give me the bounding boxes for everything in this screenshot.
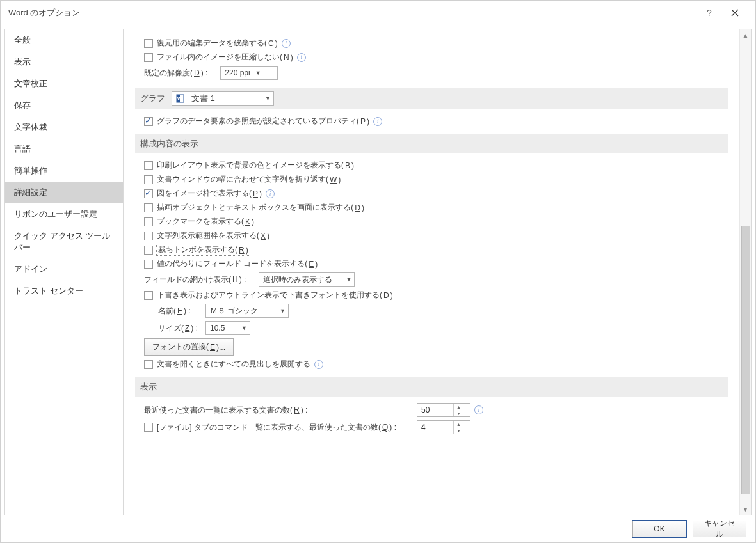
- group-header-display: 表示: [135, 377, 728, 397]
- print-layout-bg-label: 印刷レイアウト表示で背景の色とイメージを表示する(B): [157, 160, 354, 171]
- font-size-dropdown[interactable]: 10.5 ▼: [205, 321, 250, 335]
- info-icon[interactable]: i: [297, 53, 306, 62]
- crop-marks-label: 裁ちトンボを表示する(R): [157, 244, 250, 255]
- scroll-track[interactable]: [740, 41, 752, 503]
- font-substitution-button[interactable]: フォントの置換(E)...: [144, 338, 234, 356]
- main-area: 全般 表示 文章校正 保存 文字体裁 言語 簡単操作 詳細設定 リボンのユーザー…: [1, 25, 755, 515]
- category-sidebar: 全般 表示 文章校正 保存 文字体裁 言語 簡単操作 詳細設定 リボンのユーザー…: [4, 29, 124, 515]
- discard-edit-data-label: 復元用の編集データを破棄する(C): [157, 38, 278, 49]
- recent-docs-label: 最近使った文書の一覧に表示する文書の数(R) :: [144, 405, 413, 416]
- quick-access-recent-label: [ファイル] タブのコマンド一覧に表示する、最近使った文書の数(Q) :: [157, 422, 413, 433]
- dialog-footer: OK キャンセル: [1, 515, 755, 542]
- spin-down-icon[interactable]: ▼: [454, 427, 463, 434]
- close-button[interactable]: [722, 1, 748, 25]
- quick-access-recent-input[interactable]: [417, 421, 453, 434]
- quick-access-recent-spinner[interactable]: ▲▼: [417, 420, 470, 434]
- no-compress-images-label: ファイル内のイメージを圧縮しない(N): [157, 52, 293, 63]
- spin-down-icon[interactable]: ▼: [454, 410, 463, 416]
- content-wrap: 復元用の編集データを破棄する(C) i ファイル内のイメージを圧縮しない(N) …: [124, 29, 752, 515]
- group-header-show-content: 構成内容の表示: [135, 134, 728, 153]
- field-shading-label: フィールドの網かけ表示(H) :: [144, 274, 246, 285]
- scroll-thumb[interactable]: [741, 226, 750, 494]
- settings-content: 復元用の編集データを破棄する(C) i ファイル内のイメージを圧縮しない(N) …: [124, 29, 739, 515]
- nav-display[interactable]: 表示: [5, 51, 123, 73]
- close-icon: [731, 9, 739, 17]
- chevron-down-icon: ▼: [280, 308, 286, 314]
- nav-trust[interactable]: トラスト センター: [5, 280, 123, 302]
- quick-access-recent-checkbox[interactable]: [144, 423, 153, 432]
- nav-save[interactable]: 保存: [5, 95, 123, 116]
- drawings-textboxes-label: 描画オブジェクトとテキスト ボックスを画面に表示する(D): [157, 202, 364, 213]
- field-shading-dropdown[interactable]: 選択時のみ表示する ▼: [259, 272, 355, 287]
- help-button[interactable]: ?: [696, 1, 722, 25]
- nav-qat[interactable]: クイック アクセス ツール バー: [5, 225, 123, 258]
- chevron-down-icon: ▼: [241, 325, 247, 331]
- nav-proofing[interactable]: 文章校正: [5, 73, 123, 95]
- nav-ease[interactable]: 簡単操作: [5, 160, 123, 182]
- word-doc-icon: W: [176, 93, 186, 104]
- font-name-label: 名前(E) :: [158, 306, 202, 317]
- no-compress-images-checkbox[interactable]: [144, 53, 153, 62]
- info-icon[interactable]: i: [373, 117, 382, 126]
- chevron-down-icon: ▼: [255, 70, 261, 76]
- field-codes-label: 値の代わりにフィールド コードを表示する(E): [157, 258, 318, 269]
- titlebar: Word のオプション ?: [1, 1, 755, 25]
- text-boundaries-checkbox[interactable]: [144, 232, 153, 240]
- svg-text:W: W: [177, 96, 182, 102]
- text-boundaries-label: 文字列表示範囲枠を表示する(X): [157, 230, 269, 241]
- discard-edit-data-checkbox[interactable]: [144, 39, 153, 48]
- info-icon[interactable]: i: [282, 39, 291, 48]
- picture-placeholders-checkbox[interactable]: [144, 189, 153, 198]
- default-resolution-label: 既定の解像度(D) :: [144, 68, 207, 79]
- picture-placeholders-label: 図をイメージ枠で表示する(P): [157, 188, 262, 199]
- bookmarks-checkbox[interactable]: [144, 217, 153, 226]
- nav-advanced[interactable]: 詳細設定: [5, 182, 123, 203]
- nav-typography[interactable]: 文字体裁: [5, 116, 123, 138]
- wrap-to-window-checkbox[interactable]: [144, 175, 153, 184]
- recent-docs-spinner[interactable]: ▲▼: [417, 403, 470, 417]
- wrap-to-window-label: 文書ウィンドウの幅に合わせて文字列を折り返す(W): [157, 174, 341, 185]
- window-title: Word のオプション: [8, 7, 696, 19]
- nav-language[interactable]: 言語: [5, 138, 123, 160]
- font-name-dropdown[interactable]: ＭＳ ゴシック ▼: [205, 304, 289, 318]
- info-icon[interactable]: i: [314, 360, 323, 369]
- recent-docs-input[interactable]: [417, 404, 453, 416]
- field-codes-checkbox[interactable]: [144, 260, 153, 269]
- info-icon[interactable]: i: [474, 405, 483, 414]
- chart-ref-props-checkbox[interactable]: [144, 117, 153, 126]
- spin-up-icon[interactable]: ▲: [454, 421, 463, 427]
- crop-marks-checkbox[interactable]: [144, 246, 153, 255]
- draft-font-checkbox[interactable]: [144, 291, 153, 300]
- drawings-textboxes-checkbox[interactable]: [144, 203, 153, 212]
- scroll-down-icon[interactable]: ▼: [740, 503, 752, 515]
- nav-addins[interactable]: アドイン: [5, 258, 123, 280]
- draft-font-label: 下書き表示およびアウトライン表示で下書きフォントを使用する(D): [157, 290, 393, 301]
- cancel-button[interactable]: キャンセル: [693, 521, 746, 537]
- chart-ref-props-label: グラフのデータ要素の参照先が設定されているプロパティ(P): [157, 116, 369, 127]
- chevron-down-icon: ▼: [265, 95, 271, 102]
- chevron-down-icon: ▼: [346, 276, 351, 283]
- expand-headings-label: 文書を開くときにすべての見出しを展開する: [157, 359, 310, 370]
- scroll-up-icon[interactable]: ▲: [740, 29, 752, 41]
- chart-document-dropdown[interactable]: W 文書 1 ▼: [172, 91, 274, 106]
- expand-headings-checkbox[interactable]: [144, 360, 153, 369]
- info-icon[interactable]: i: [266, 189, 275, 198]
- default-resolution-dropdown[interactable]: 220 ppi ▼: [220, 66, 278, 80]
- bookmarks-label: ブックマークを表示する(K): [157, 216, 254, 227]
- ok-button[interactable]: OK: [632, 521, 686, 537]
- font-size-label: サイズ(Z) :: [158, 323, 202, 334]
- print-layout-bg-checkbox[interactable]: [144, 161, 153, 170]
- group-header-chart: グラフ W 文書 1 ▼: [135, 88, 728, 109]
- nav-ribbon[interactable]: リボンのユーザー設定: [5, 203, 123, 225]
- nav-general[interactable]: 全般: [5, 29, 123, 51]
- spin-up-icon[interactable]: ▲: [454, 404, 463, 410]
- vertical-scrollbar[interactable]: ▲ ▼: [739, 29, 751, 515]
